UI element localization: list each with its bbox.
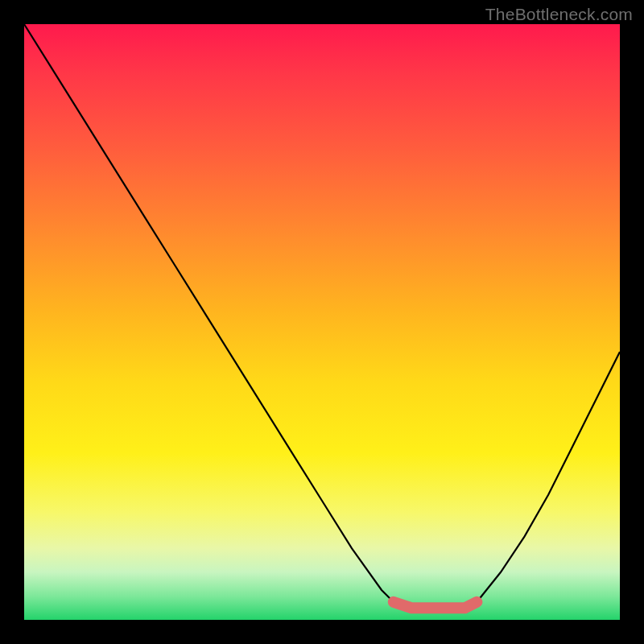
trough-highlight xyxy=(394,602,477,608)
watermark-text: TheBottleneck.com xyxy=(485,5,633,24)
curve-layer xyxy=(24,24,620,620)
plot-area xyxy=(24,24,620,620)
chart-frame: TheBottleneck.com xyxy=(0,0,644,644)
curve-left-descent xyxy=(24,24,394,602)
curve-right-ascent xyxy=(477,352,620,602)
